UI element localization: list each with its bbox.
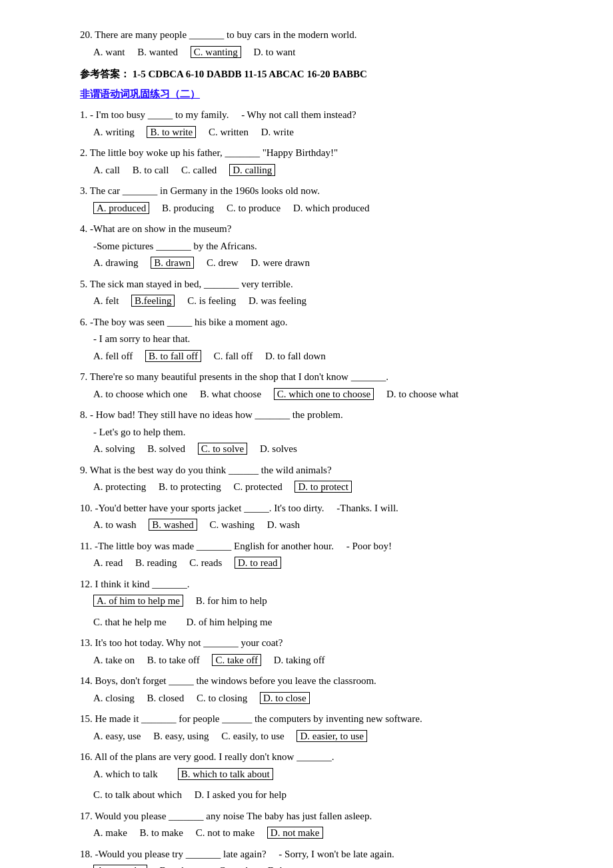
q20-options: A. want B. wanted C. wanting D. to want (93, 44, 560, 61)
question-2: 2. The little boy woke up his father, __… (80, 145, 560, 179)
q6-options: A. fell off B. to fall off C. fall off D… (93, 348, 560, 365)
q16-options-1: A. which to talk B. which to talk about (93, 766, 560, 783)
question-12: 12. I think it kind _______. A. of him t… (80, 576, 560, 631)
question-13: 13. It's too hot today. Why not _______ … (80, 635, 560, 669)
q1-boxed: B. to write (147, 126, 196, 138)
q20-text: 20. There are many people _______ to buy… (80, 27, 560, 44)
q9-text: 9. What is the best way do you think ___… (80, 462, 560, 479)
q12-text: 12. I think it kind _______. (80, 576, 560, 593)
q3-boxed: A. produced (93, 202, 149, 214)
q5-options: A. felt B.feeling C. is feeling D. was f… (93, 293, 560, 310)
q8-text: 8. - How bad! They still have no ideas h… (80, 407, 560, 424)
q11-text: 11. -The little boy was made _______ Eng… (80, 538, 560, 555)
q3-text: 3. The car _______ in Germany in the 196… (80, 183, 560, 200)
q12-options-2: C. that he help me D. of him helping me (93, 614, 560, 631)
q9-options: A. protecting B. to protecting C. protec… (93, 479, 560, 496)
q18-text: 18. -Would you please try _______ late a… (80, 846, 560, 863)
q10-options: A. to wash B. washed C. washing D. wash (93, 517, 560, 534)
q10-text: 10. -You'd better have your sports jacke… (80, 500, 560, 517)
q14-text: 14. Boys, don't forget _____ the windows… (80, 673, 560, 690)
q17-text: 17. Would you please _______ any noise T… (80, 808, 560, 825)
question-14: 14. Boys, don't forget _____ the windows… (80, 673, 560, 707)
section-title: 非谓语动词巩固练习（二） (80, 86, 560, 103)
q2-text: 2. The little boy woke up his father, __… (80, 145, 560, 162)
q8-options: A. solving B. solved C. to solve D. solv… (93, 441, 560, 458)
q4-text: 4. -What are on show in the museum? (80, 221, 560, 238)
q6-boxed: B. to fall off (145, 350, 201, 362)
q4-options: A. drawing B. drawn C. drew D. were draw… (93, 255, 560, 272)
q7-boxed: C. which one to choose (274, 388, 374, 400)
q6-text2: - I am sorry to hear that. (93, 331, 560, 348)
q9-boxed: D. to protect (295, 481, 351, 493)
q16-options-2: C. to talk about which D. I asked you fo… (93, 787, 560, 804)
q12-options-1: A. of him to help me B. for him to help (93, 593, 560, 610)
question-6: 6. -The boy was seen _____ his bike a mo… (80, 314, 560, 365)
question-7: 7. There're so many beautiful presents i… (80, 369, 560, 403)
q15-boxed: D. easier, to use (297, 730, 367, 742)
q2-options: A. call B. to call C. called D. calling (93, 162, 560, 179)
question-10: 10. -You'd better have your sports jacke… (80, 500, 560, 534)
question-11: 11. -The little boy was made _______ Eng… (80, 538, 560, 572)
q13-options: A. take on B. to take off C. take off D.… (93, 652, 560, 669)
q18-boxed: A. not to be (93, 865, 147, 868)
q1-text: 1. - I'm too busy _____ to my family. - … (80, 107, 560, 124)
q4-boxed: B. drawn (151, 257, 194, 269)
q15-options: A. easy, use B. easy, using C. easily, t… (93, 728, 560, 745)
q1-options: A. writing B. to write C. written D. wri… (93, 124, 560, 141)
q14-options: A. closing B. closed C. to closing D. to… (93, 690, 560, 707)
q18-options: A. not to be B. to be not C. not be D. b… (93, 863, 560, 868)
question-5: 5. The sick man stayed in bed, _______ v… (80, 276, 560, 310)
question-18: 18. -Would you please try _______ late a… (80, 846, 560, 869)
q20-boxed: C. wanting (191, 46, 241, 58)
q8-boxed: C. to solve (198, 443, 248, 455)
question-1: 1. - I'm too busy _____ to my family. - … (80, 107, 560, 141)
q6-text: 6. -The boy was seen _____ his bike a mo… (80, 314, 560, 331)
q11-options: A. read B. reading C. reads D. to read (93, 555, 560, 572)
q14-boxed: D. to close (260, 692, 310, 704)
q13-text: 13. It's too hot today. Why not _______ … (80, 635, 560, 652)
q5-boxed: B.feeling (131, 295, 175, 307)
q7-text: 7. There're so many beautiful presents i… (80, 369, 560, 386)
q7-options: A. to choose which one B. what choose C.… (93, 386, 560, 403)
question-20: 20. There are many people _______ to buy… (80, 27, 560, 61)
q13-boxed: C. take off (212, 654, 261, 666)
q16-boxed: B. which to talk about (178, 768, 273, 780)
question-16: 16. All of the plans are very good. I re… (80, 749, 560, 804)
q16-text: 16. All of the plans are very good. I re… (80, 749, 560, 766)
q17-boxed: D. not make (267, 827, 323, 839)
q15-text: 15. He made it _______ for people ______… (80, 711, 560, 728)
q11-boxed: D. to read (235, 557, 281, 569)
q2-boxed: D. calling (229, 164, 275, 176)
question-8: 8. - How bad! They still have no ideas h… (80, 407, 560, 458)
question-15: 15. He made it _______ for people ______… (80, 711, 560, 745)
answer-key: 参考答案： 1-5 CDBCA 6-10 DABDB 11-15 ABCAC 1… (80, 66, 560, 83)
question-17: 17. Would you please _______ any noise T… (80, 808, 560, 842)
answer-key-text: 1-5 CDBCA 6-10 DABDB 11-15 ABCAC 16-20 B… (133, 69, 367, 79)
question-9: 9. What is the best way do you think ___… (80, 462, 560, 496)
answer-key-label: 参考答案： (80, 69, 130, 79)
q10-boxed: B. washed (149, 519, 197, 531)
q5-text: 5. The sick man stayed in bed, _______ v… (80, 276, 560, 293)
q17-options: A. make B. to make C. not to make D. not… (93, 825, 560, 842)
page-content: 20. There are many people _______ to buy… (80, 27, 560, 868)
q12-boxed: A. of him to help me (93, 595, 183, 607)
question-4: 4. -What are on show in the museum? -Som… (80, 221, 560, 272)
q3-options: A. produced B. producing C. to produce D… (93, 200, 560, 217)
question-3: 3. The car _______ in Germany in the 196… (80, 183, 560, 217)
q8-text2: - Let's go to help them. (93, 424, 560, 441)
q4-text2: -Some pictures _______ by the Africans. (93, 238, 560, 255)
